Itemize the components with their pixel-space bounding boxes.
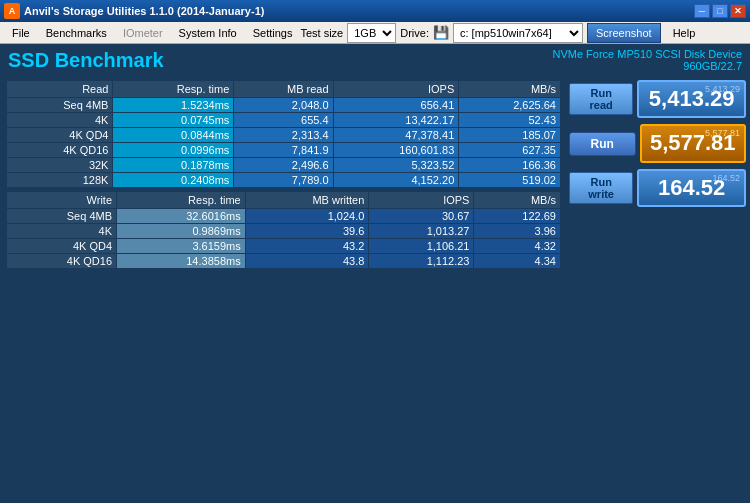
col-iops-w: IOPS	[369, 192, 474, 209]
app-icon: A	[4, 3, 20, 19]
drive-select[interactable]: c: [mp510win7x64]	[453, 23, 583, 43]
menu-benchmarks[interactable]: Benchmarks	[38, 22, 115, 43]
read-row: 4K0.0745ms655.413,422.1752.43	[7, 113, 561, 128]
col-iops: IOPS	[333, 81, 459, 98]
minimize-button[interactable]: ─	[694, 4, 710, 18]
write-tbody: Seq 4MB32.6016ms1,024.030.67122.694K0.98…	[7, 209, 561, 269]
read-tbody: Seq 4MB1.5234ms2,048.0656.412,625.644K0.…	[7, 98, 561, 188]
write-score-row: Run write 164.52 164.52	[569, 169, 746, 207]
content-row: Read Resp. time MB read IOPS MB/s Seq 4M…	[0, 76, 750, 503]
test-size-select[interactable]: 1GB	[347, 23, 396, 43]
col-mb-read: MB read	[234, 81, 333, 98]
run-write-button[interactable]: Run write	[569, 172, 633, 204]
right-panel: Run read 5,413.29 5,413.29 Run 5,577.81 …	[565, 76, 750, 503]
screenshot-button[interactable]: Screenshot	[587, 23, 661, 43]
write-row: 4K QD43.6159ms43.21,106.214.32	[7, 239, 561, 254]
menu-file[interactable]: File	[4, 22, 38, 43]
total-score-box: 5,577.81 5,577.81	[640, 124, 747, 162]
write-row: Seq 4MB32.6016ms1,024.030.67122.69	[7, 209, 561, 224]
col-mb-written: MB written	[245, 192, 369, 209]
drive-icon: 💾	[433, 25, 449, 40]
read-row: Seq 4MB1.5234ms2,048.0656.412,625.64	[7, 98, 561, 113]
window-controls: ─ □ ✕	[694, 4, 746, 18]
ssd-header: SSD Benchmark NVMe Force MP510 SCSI Disk…	[0, 44, 750, 76]
read-score-row: Run read 5,413.29 5,413.29	[569, 80, 746, 118]
close-button[interactable]: ✕	[730, 4, 746, 18]
read-row: 4K QD40.0844ms2,313.447,378.41185.07	[7, 128, 561, 143]
menu-help[interactable]: Help	[665, 25, 704, 41]
title-bar: A Anvil's Storage Utilities 1.1.0 (2014-…	[0, 0, 750, 22]
col-resp-time: Resp. time	[113, 81, 234, 98]
col-resp-time-w: Resp. time	[117, 192, 246, 209]
col-write: Write	[7, 192, 117, 209]
menu-iometer[interactable]: IOmeter	[115, 22, 171, 43]
test-size-label: Test size	[300, 27, 343, 39]
read-row: 32K0.1878ms2,496.65,323.52166.36	[7, 158, 561, 173]
menu-bar: File Benchmarks IOmeter System Info Sett…	[0, 22, 750, 44]
menu-settings[interactable]: Settings	[245, 22, 301, 43]
read-row: 128K0.2408ms7,789.04,152.20519.02	[7, 173, 561, 188]
title-text: Anvil's Storage Utilities 1.1.0 (2014-Ja…	[24, 5, 694, 17]
drive-label: Drive:	[400, 27, 429, 39]
table-area: Read Resp. time MB read IOPS MB/s Seq 4M…	[0, 76, 565, 503]
col-mbs-w: MB/s	[474, 192, 561, 209]
total-score-small: 5,577.81	[705, 128, 740, 138]
toolbar-right: Test size 1GB Drive: 💾 c: [mp510win7x64]…	[300, 23, 703, 43]
total-score-row: Run 5,577.81 5,577.81	[569, 124, 746, 162]
maximize-button[interactable]: □	[712, 4, 728, 18]
menu-sysinfo[interactable]: System Info	[171, 22, 245, 43]
run-button[interactable]: Run	[569, 132, 636, 156]
write-row: 4K QD1614.3858ms43.81,112.234.34	[7, 254, 561, 269]
ssd-title: SSD Benchmark	[8, 49, 164, 72]
write-row: 4K0.9869ms39.61,013.273.96	[7, 224, 561, 239]
col-read: Read	[7, 81, 113, 98]
read-row: 4K QD160.0996ms7,841.9160,601.83627.35	[7, 143, 561, 158]
read-table: Read Resp. time MB read IOPS MB/s Seq 4M…	[6, 80, 561, 188]
main-area: SSD Benchmark NVMe Force MP510 SCSI Disk…	[0, 44, 750, 503]
write-table: Write Resp. time MB written IOPS MB/s Se…	[6, 191, 561, 269]
device-info: NVMe Force MP510 SCSI Disk Device 960GB/…	[553, 48, 743, 72]
read-score-box: 5,413.29 5,413.29	[637, 80, 746, 118]
col-mbs: MB/s	[459, 81, 561, 98]
write-score-small: 164.52	[712, 173, 740, 183]
read-score-small: 5,413.29	[705, 84, 740, 94]
run-read-button[interactable]: Run read	[569, 83, 633, 115]
write-score-box: 164.52 164.52	[637, 169, 746, 207]
